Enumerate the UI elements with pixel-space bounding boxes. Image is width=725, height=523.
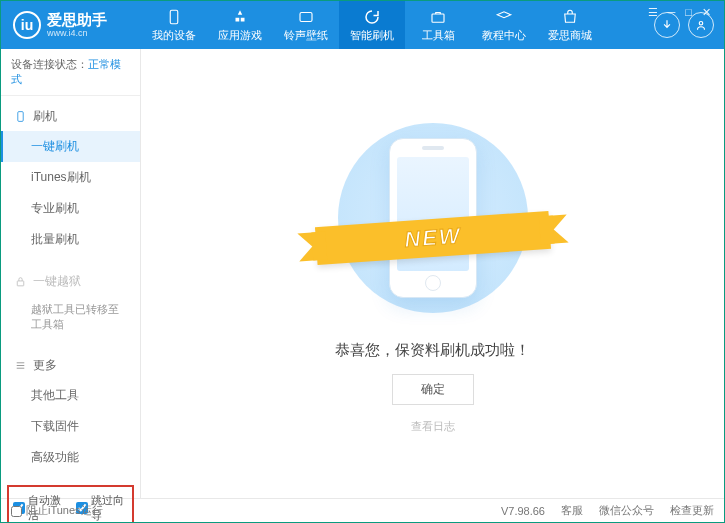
svg-point-3 (699, 22, 703, 26)
app-url: www.i4.cn (47, 28, 107, 38)
wechat-link[interactable]: 微信公众号 (599, 503, 654, 518)
logo-icon: iu (13, 11, 41, 39)
app-name: 爱思助手 (47, 12, 107, 29)
nav-label: 工具箱 (422, 28, 455, 43)
nav-my-device[interactable]: 我的设备 (141, 1, 207, 49)
section-label: 一键越狱 (33, 273, 81, 290)
phone-icon (165, 8, 183, 26)
wallet-icon (297, 8, 315, 26)
svg-rect-5 (17, 281, 24, 286)
refresh-icon (363, 8, 381, 26)
nav-label: 应用游戏 (218, 28, 262, 43)
nav-ringtone[interactable]: 铃声壁纸 (273, 1, 339, 49)
checkbox-label: 阻止iTunes运行 (26, 504, 103, 516)
nav-label: 爱思商城 (548, 28, 592, 43)
sidebar-item-download[interactable]: 下载固件 (1, 411, 140, 442)
nav-apps[interactable]: 应用游戏 (207, 1, 273, 49)
update-link[interactable]: 检查更新 (670, 503, 714, 518)
nav-store[interactable]: 爱思商城 (537, 1, 603, 49)
svg-rect-0 (170, 10, 178, 24)
nav-label: 铃声壁纸 (284, 28, 328, 43)
store-icon (561, 8, 579, 26)
section-label: 刷机 (33, 108, 57, 125)
sidebar-item-advanced[interactable]: 高级功能 (1, 442, 140, 473)
sidebar-item-other[interactable]: 其他工具 (1, 380, 140, 411)
svg-rect-1 (300, 12, 312, 21)
sidebar-item-pro[interactable]: 专业刷机 (1, 193, 140, 224)
section-label: 更多 (33, 357, 57, 374)
sidebar: 设备连接状态：正常模式 刷机 一键刷机 iTunes刷机 专业刷机 批量刷机 一… (1, 49, 141, 498)
status-label: 设备连接状态： (11, 58, 88, 70)
section-more[interactable]: 更多 (1, 351, 140, 380)
success-illustration: NEW (338, 123, 528, 313)
ok-button[interactable]: 确定 (392, 374, 474, 405)
minimize-icon[interactable]: ─ (668, 6, 676, 18)
nav-label: 我的设备 (152, 28, 196, 43)
block-itunes-checkbox[interactable]: 阻止iTunes运行 (11, 503, 103, 518)
svg-rect-4 (17, 112, 22, 122)
version-label: V7.98.66 (501, 505, 545, 517)
phone-icon (13, 110, 27, 124)
svg-rect-2 (432, 14, 444, 22)
ribbon-text: NEW (403, 223, 462, 253)
service-link[interactable]: 客服 (561, 503, 583, 518)
close-icon[interactable]: ✕ (702, 6, 711, 19)
nav-label: 教程中心 (482, 28, 526, 43)
graduation-icon (495, 8, 513, 26)
main-content: NEW 恭喜您，保资料刷机成功啦！ 确定 查看日志 (141, 49, 724, 498)
section-flash[interactable]: 刷机 (1, 102, 140, 131)
nav-label: 智能刷机 (350, 28, 394, 43)
sidebar-item-oneclick[interactable]: 一键刷机 (1, 131, 140, 162)
window-controls: ☰ ─ □ ✕ (648, 2, 719, 19)
main-nav: 我的设备 应用游戏 铃声壁纸 智能刷机 工具箱 教程中心 爱思商城 (141, 1, 654, 49)
connection-status: 设备连接状态：正常模式 (1, 49, 140, 96)
apps-icon (231, 8, 249, 26)
list-icon (13, 358, 27, 372)
toolbox-icon (429, 8, 447, 26)
sidebar-item-itunes[interactable]: iTunes刷机 (1, 162, 140, 193)
nav-toolbox[interactable]: 工具箱 (405, 1, 471, 49)
app-logo: iu 爱思助手 www.i4.cn (1, 11, 141, 39)
sidebar-item-batch[interactable]: 批量刷机 (1, 224, 140, 255)
nav-tutorial[interactable]: 教程中心 (471, 1, 537, 49)
view-log-link[interactable]: 查看日志 (411, 419, 455, 434)
section-jailbreak: 一键越狱 (1, 267, 140, 296)
menu-icon[interactable]: ☰ (648, 6, 658, 19)
jailbreak-note: 越狱工具已转移至 工具箱 (1, 296, 140, 339)
nav-flash[interactable]: 智能刷机 (339, 1, 405, 49)
titlebar: iu 爱思助手 www.i4.cn 我的设备 应用游戏 铃声壁纸 智能刷机 工具… (1, 1, 724, 49)
maximize-icon[interactable]: □ (685, 6, 692, 18)
lock-icon (13, 275, 27, 289)
success-message: 恭喜您，保资料刷机成功啦！ (335, 341, 530, 360)
